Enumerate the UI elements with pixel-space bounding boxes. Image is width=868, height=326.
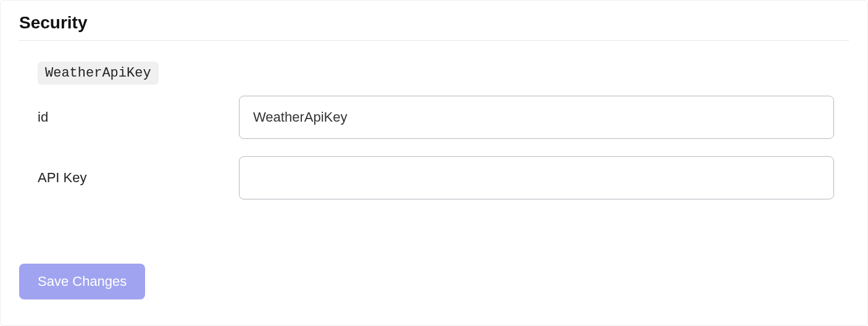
save-button[interactable]: Save Changes — [19, 264, 145, 299]
security-panel: Security WeatherApiKey id API Key Save C… — [0, 0, 868, 326]
id-label: id — [38, 109, 239, 125]
api-key-label: API Key — [38, 170, 239, 186]
security-form: WeatherApiKey id API Key — [19, 62, 849, 199]
id-row: id — [38, 96, 849, 139]
api-key-input[interactable] — [239, 156, 834, 199]
id-input[interactable] — [239, 96, 834, 139]
credential-name-badge: WeatherApiKey — [38, 62, 159, 85]
section-title: Security — [19, 13, 849, 41]
api-key-row: API Key — [38, 156, 849, 199]
